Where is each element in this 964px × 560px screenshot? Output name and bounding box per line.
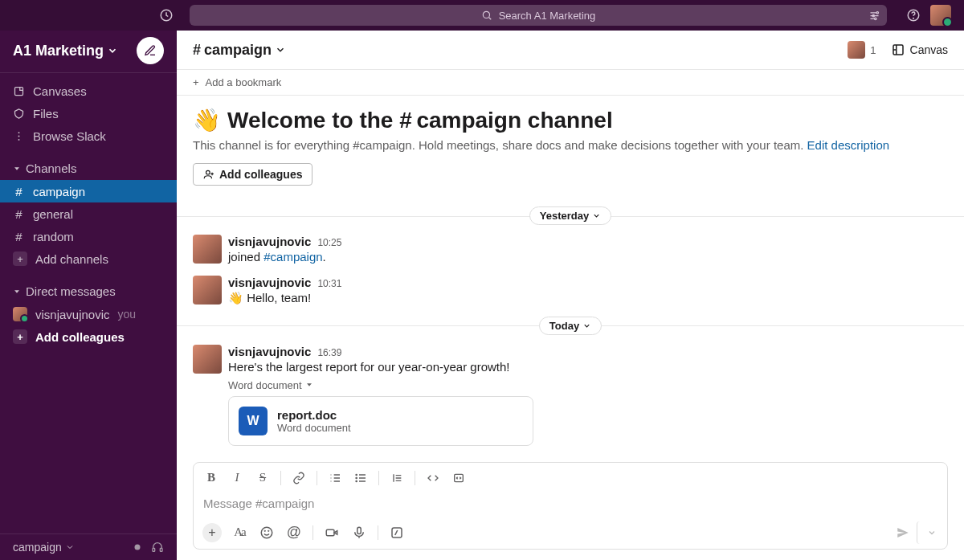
member-count[interactable]: 1	[848, 41, 876, 59]
caret-down-icon	[13, 288, 21, 296]
sidebar-item-canvases[interactable]: Canvases	[0, 80, 177, 102]
composer-input[interactable]: Message #campaign	[194, 493, 947, 518]
composer-toolbar: B I S	[194, 463, 947, 493]
welcome-section: 👋 Welcome to the # campaign channel This…	[177, 96, 964, 202]
hash-icon: #	[13, 207, 25, 221]
svg-point-6	[913, 18, 914, 18]
divider	[312, 525, 313, 540]
strike-button[interactable]: S	[251, 468, 274, 488]
mic-button[interactable]	[347, 521, 371, 544]
video-button[interactable]	[320, 521, 344, 544]
canvases-icon	[13, 85, 25, 97]
link-button[interactable]	[288, 468, 310, 488]
sidebar-item-files[interactable]: Files	[0, 102, 177, 125]
bullet-list-button[interactable]	[349, 468, 372, 488]
chevron-down-icon	[592, 211, 601, 220]
message-time: 10:31	[317, 278, 341, 289]
message-text: 👋 Hello, team!	[228, 289, 948, 307]
svg-rect-7	[15, 87, 23, 95]
channel-name: campaign	[33, 185, 85, 198]
channel-general[interactable]: # general	[0, 202, 177, 225]
add-bookmark[interactable]: + Add a bookmark	[177, 70, 964, 96]
svg-point-22	[268, 530, 269, 531]
svg-point-1	[483, 11, 489, 18]
plus-icon: +	[202, 523, 222, 542]
svg-rect-13	[160, 548, 162, 551]
channel-random[interactable]: # random	[0, 225, 177, 247]
hash-icon: #	[13, 230, 25, 243]
top-bar: Search A1 Marketing	[0, 0, 964, 31]
code-button[interactable]	[422, 468, 444, 488]
chevron-down-icon	[107, 45, 118, 56]
status-circle-icon[interactable]	[132, 542, 143, 553]
channel-title[interactable]: # campaign	[193, 42, 286, 59]
section-label: Channels	[26, 161, 76, 175]
shortcut-button[interactable]	[385, 521, 409, 544]
message-author[interactable]: visnjavujnovic	[228, 235, 311, 248]
format-button[interactable]: Aa	[227, 521, 251, 544]
divider	[317, 471, 317, 485]
mention-button[interactable]: @	[282, 521, 306, 544]
emoji-button[interactable]	[255, 521, 279, 544]
filter-icon[interactable]	[868, 10, 880, 22]
workspace-switcher[interactable]: A1 Marketing	[0, 31, 177, 73]
history-icon[interactable]	[159, 8, 174, 22]
word-file-icon: W	[239, 407, 268, 435]
blockquote-button[interactable]	[386, 468, 408, 488]
code-block-button[interactable]	[447, 468, 470, 488]
file-attachment[interactable]: W report.doc Word document	[228, 396, 533, 446]
message-avatar[interactable]	[193, 235, 222, 264]
help-icon[interactable]	[906, 8, 921, 22]
svg-point-21	[264, 530, 265, 531]
sidebar-item-browse[interactable]: Browse Slack	[0, 125, 177, 147]
dms-section[interactable]: Direct messages	[0, 280, 177, 303]
channel-campaign[interactable]: # campaign	[0, 180, 177, 202]
channels-section[interactable]: Channels	[0, 157, 177, 180]
dm-username: visnjavujnovic	[35, 308, 110, 321]
message-avatar[interactable]	[193, 276, 222, 305]
divider	[378, 525, 378, 540]
add-channels[interactable]: + Add channels	[0, 247, 177, 270]
add-colleagues-link[interactable]: + Add colleagues	[0, 325, 177, 348]
add-colleagues-button[interactable]: Add colleagues	[193, 163, 312, 186]
chevron-down-icon	[582, 321, 591, 330]
edit-description-link[interactable]: Edit description	[807, 138, 890, 152]
files-icon	[13, 108, 25, 120]
svg-point-15	[206, 170, 210, 174]
topbar-left	[13, 8, 174, 22]
date-pill[interactable]: Yesterday	[529, 206, 611, 225]
compose-button[interactable]	[137, 37, 164, 64]
member-avatar	[848, 41, 865, 59]
plus-icon: +	[13, 251, 27, 266]
send-options[interactable]	[917, 521, 941, 544]
person-add-icon	[203, 169, 214, 180]
message-author[interactable]: visnjavujnovic	[228, 276, 311, 289]
message-composer: B I S Message #campaign + Aa	[193, 462, 948, 550]
search-input[interactable]: Search A1 Marketing	[190, 5, 887, 26]
welcome-title: 👋 Welcome to the # campaign channel	[193, 107, 948, 133]
footer-channel[interactable]: campaign	[13, 541, 75, 554]
canvas-icon	[891, 43, 905, 57]
canvas-button[interactable]: Canvas	[891, 43, 948, 57]
file-type: Word document	[277, 422, 351, 434]
hash-icon: #	[193, 42, 201, 59]
message-avatar[interactable]	[193, 345, 222, 374]
ordered-list-button[interactable]	[324, 468, 346, 488]
svg-rect-23	[326, 529, 334, 536]
svg-point-9	[18, 135, 20, 137]
date-pill[interactable]: Today	[539, 317, 602, 335]
svg-rect-19	[455, 474, 464, 481]
caret-down-icon	[305, 381, 313, 389]
user-avatar[interactable]	[930, 5, 951, 26]
send-button[interactable]	[891, 521, 915, 544]
message-row: visnjavujnovic 10:31 👋 Hello, team!	[177, 271, 964, 312]
svg-point-18	[356, 480, 357, 481]
attachment-label[interactable]: Word document	[228, 379, 948, 391]
channel-name: general	[33, 207, 73, 221]
dm-self[interactable]: visnjavujnovic you	[0, 303, 177, 325]
message-author[interactable]: visnjavujnovic	[228, 345, 311, 358]
attach-button[interactable]: +	[200, 521, 224, 544]
headphones-icon[interactable]	[151, 541, 164, 554]
bold-button[interactable]: B	[200, 468, 223, 488]
italic-button[interactable]: I	[226, 468, 248, 488]
